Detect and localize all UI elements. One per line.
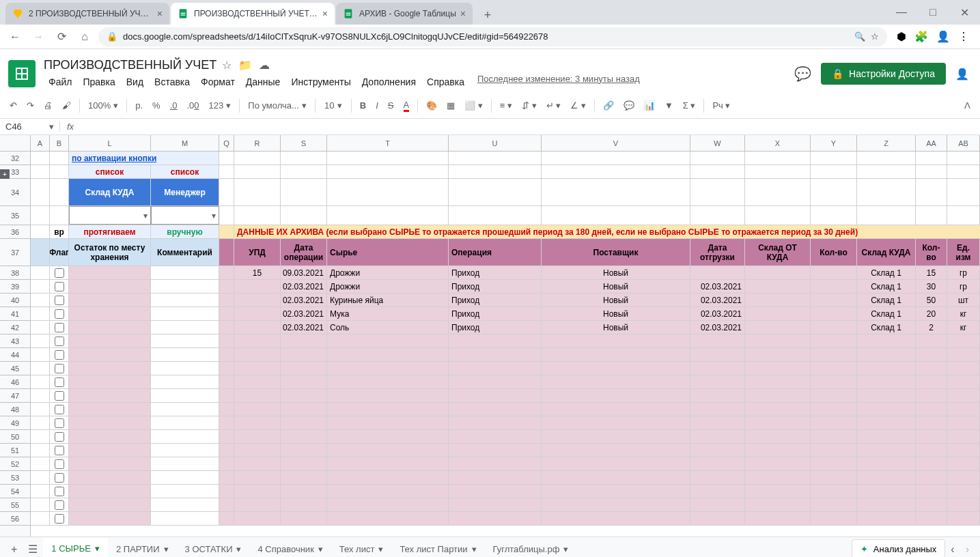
cell[interactable] — [69, 416, 151, 429]
cell[interactable]: 02.03.2021 — [690, 307, 745, 320]
cell[interactable] — [542, 444, 690, 457]
cell[interactable] — [31, 485, 50, 498]
collapse-toolbar-button[interactable]: ᐱ — [960, 98, 975, 113]
cell[interactable] — [690, 471, 745, 484]
cell[interactable] — [947, 334, 980, 347]
decrease-decimal-button[interactable]: .0 — [166, 98, 182, 113]
cell[interactable] — [745, 403, 811, 416]
cell[interactable] — [745, 321, 811, 334]
cell[interactable] — [542, 362, 690, 375]
cell[interactable] — [811, 362, 857, 375]
close-icon[interactable]: × — [157, 8, 163, 19]
cell[interactable] — [151, 362, 219, 375]
cell[interactable] — [31, 457, 50, 470]
cell[interactable] — [69, 375, 151, 388]
cell[interactable] — [916, 403, 947, 416]
cell[interactable] — [690, 334, 745, 347]
cell[interactable] — [811, 152, 857, 165]
cell[interactable] — [916, 206, 947, 225]
cell[interactable] — [745, 485, 811, 498]
cell[interactable] — [327, 334, 449, 347]
cell[interactable] — [947, 498, 980, 511]
cell[interactable] — [811, 321, 857, 334]
cell[interactable] — [234, 444, 281, 457]
increase-decimal-button[interactable]: .00 — [183, 98, 204, 113]
puzzle-icon[interactable]: 🧩 — [914, 30, 928, 43]
row-header[interactable]: 37 — [0, 239, 30, 266]
home-button[interactable]: ⌂ — [75, 27, 94, 46]
cell[interactable] — [745, 165, 811, 178]
cell[interactable] — [151, 334, 219, 347]
cell[interactable] — [31, 165, 50, 178]
cell[interactable]: Дрожжи — [327, 280, 449, 293]
cell[interactable] — [281, 206, 327, 225]
cell[interactable]: Приход — [449, 321, 542, 334]
cell[interactable] — [219, 307, 234, 320]
cell[interactable]: 2 — [916, 321, 947, 334]
menu-format[interactable]: Формат — [196, 74, 240, 90]
row-header[interactable]: 45 — [0, 362, 30, 375]
cell[interactable] — [151, 457, 219, 470]
cell[interactable] — [947, 165, 980, 178]
cell[interactable] — [745, 294, 811, 306]
dropdown-sklad[interactable]: ▾ — [69, 206, 151, 225]
cell[interactable] — [31, 266, 50, 279]
cell[interactable] — [234, 457, 281, 470]
cell[interactable] — [151, 444, 219, 457]
cell[interactable] — [234, 403, 281, 416]
cell[interactable] — [219, 321, 234, 334]
last-edit-link[interactable]: Последнее изменение: 3 минуты назад — [477, 74, 640, 90]
cell[interactable] — [219, 512, 234, 525]
cell[interactable] — [69, 280, 151, 293]
cell[interactable] — [449, 152, 542, 165]
fill-color-button[interactable]: 🎨 — [422, 98, 441, 113]
rotate-button[interactable]: ∠ ▾ — [566, 98, 590, 113]
sheet-tab-6[interactable]: Тех лист Партии ▾ — [391, 539, 484, 557]
cell[interactable]: 15 — [916, 266, 947, 279]
scroll-left-button[interactable]: ‹ — [945, 539, 960, 558]
cell[interactable] — [690, 416, 745, 429]
cell[interactable] — [690, 206, 745, 225]
sheet-tab-5[interactable]: Тех лист ▾ — [331, 539, 392, 557]
cell[interactable] — [151, 294, 219, 306]
cell[interactable] — [219, 416, 234, 429]
cell[interactable] — [916, 485, 947, 498]
functions-button[interactable]: Σ ▾ — [679, 98, 700, 113]
extension-icon[interactable]: ⬢ — [897, 30, 906, 43]
cell[interactable] — [234, 416, 281, 429]
cell[interactable] — [151, 375, 219, 388]
cell[interactable] — [219, 375, 234, 388]
cell[interactable] — [327, 444, 449, 457]
forward-button[interactable]: → — [29, 27, 48, 46]
cell[interactable] — [151, 321, 219, 334]
cell[interactable]: 02.03.2021 — [690, 280, 745, 293]
cell[interactable] — [690, 375, 745, 388]
cell[interactable] — [234, 512, 281, 525]
cell[interactable] — [947, 206, 980, 225]
number-format-dropdown[interactable]: 123 ▾ — [205, 98, 236, 113]
cell[interactable] — [327, 206, 449, 225]
cell[interactable] — [690, 498, 745, 511]
cell[interactable] — [31, 152, 50, 165]
cell[interactable] — [449, 498, 542, 511]
row-header[interactable]: 34 — [0, 179, 30, 206]
cell[interactable] — [542, 165, 690, 178]
cell[interactable] — [916, 165, 947, 178]
flag-checkbox[interactable] — [50, 375, 69, 388]
move-icon[interactable]: 📁 — [238, 59, 252, 72]
cell[interactable] — [857, 457, 916, 470]
cell[interactable] — [916, 334, 947, 347]
cell[interactable] — [449, 348, 542, 361]
cell[interactable] — [151, 512, 219, 525]
cell[interactable] — [327, 471, 449, 484]
cell[interactable] — [857, 498, 916, 511]
cell[interactable] — [281, 389, 327, 402]
cell[interactable] — [811, 512, 857, 525]
cell[interactable]: Комментарий — [151, 239, 219, 266]
flag-checkbox[interactable] — [50, 498, 69, 511]
row-header[interactable]: 51 — [0, 444, 30, 457]
select-all-corner[interactable] — [0, 135, 31, 152]
cell[interactable] — [219, 444, 234, 457]
cell[interactable] — [811, 307, 857, 320]
cell[interactable]: 20 — [916, 307, 947, 320]
